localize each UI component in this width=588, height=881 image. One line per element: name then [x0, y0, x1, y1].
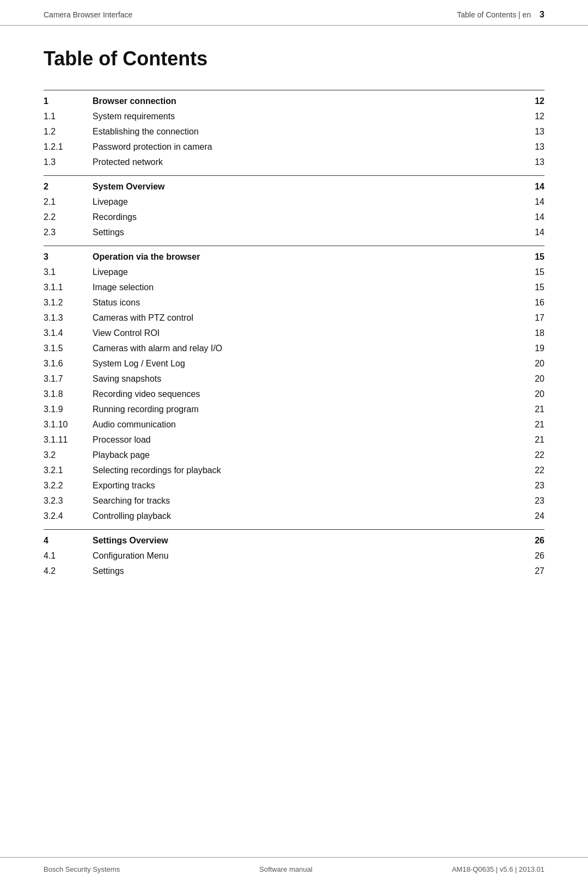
- toc-row: 3.1.4View Control ROI18: [44, 326, 544, 341]
- toc-page: 20: [523, 374, 544, 384]
- header-page-number: 3: [540, 10, 544, 20]
- toc-row: 1.3Protected network13: [44, 155, 544, 170]
- toc-title: Exporting tracks: [93, 481, 523, 491]
- toc-row: 3.2Playback page22: [44, 448, 544, 463]
- toc-group-3: 3Operation via the browser153.1Livepage1…: [44, 246, 544, 524]
- toc-page: 14: [523, 197, 544, 207]
- toc-number: 3.1.6: [44, 359, 93, 369]
- toc-title: Settings: [93, 228, 523, 237]
- header-right: Table of Contents | en 3: [457, 10, 544, 20]
- toc-title: Livepage: [93, 197, 523, 207]
- header-bar: Camera Browser Interface Table of Conten…: [0, 0, 588, 26]
- toc-row: 3.1.3Cameras with PTZ control17: [44, 310, 544, 326]
- toc-title: Running recording program: [93, 405, 523, 414]
- toc-page: 24: [523, 511, 544, 521]
- toc-title: Controlling playback: [93, 511, 523, 521]
- toc-row: 3.1.1Image selection15: [44, 280, 544, 295]
- toc-row: 4Settings Overview26: [44, 533, 544, 548]
- toc-number: 1.3: [44, 157, 93, 167]
- toc-row: 3.1.7Saving snapshots20: [44, 371, 544, 387]
- toc-row: 3.2.2Exporting tracks23: [44, 478, 544, 493]
- toc-title: Browser connection: [93, 96, 523, 106]
- toc-page: 16: [523, 298, 544, 308]
- toc-number: 3.2.1: [44, 466, 93, 475]
- toc-row: 2.3Settings14: [44, 225, 544, 240]
- toc-title: System Overview: [93, 182, 523, 192]
- toc-number: 3.2.4: [44, 511, 93, 521]
- toc-row: 1.2Establishing the connection13: [44, 124, 544, 139]
- toc-title: View Control ROI: [93, 328, 523, 338]
- toc-row: 3.1.5Cameras with alarm and relay I/O19: [44, 341, 544, 356]
- toc-number: 3.1.5: [44, 344, 93, 353]
- toc-row: 3.1.8Recording video sequences20: [44, 387, 544, 402]
- page-container: Camera Browser Interface Table of Conten…: [0, 0, 588, 881]
- toc-number: 3.1.7: [44, 374, 93, 384]
- toc-page: 20: [523, 389, 544, 399]
- toc-row: 3.1.6System Log / Event Log20: [44, 356, 544, 371]
- toc-number: 3.1.2: [44, 298, 93, 308]
- toc-row: 4.1Configuration Menu26: [44, 548, 544, 564]
- header-left: Camera Browser Interface: [44, 10, 132, 19]
- toc-row: 3.1.11Processor load21: [44, 432, 544, 448]
- toc-title: Searching for tracks: [93, 496, 523, 506]
- toc-page: 23: [523, 481, 544, 491]
- toc-row: 3.1Livepage15: [44, 265, 544, 280]
- toc-title: System requirements: [93, 112, 523, 121]
- toc-title: Password protection in camera: [93, 142, 523, 152]
- toc-page: 21: [523, 420, 544, 430]
- toc-number: 3.1.11: [44, 435, 93, 445]
- toc-page: 15: [523, 252, 544, 262]
- toc-row: 2System Overview14: [44, 179, 544, 194]
- toc-page: 14: [523, 228, 544, 237]
- toc-group-4: 4Settings Overview264.1Configuration Men…: [44, 529, 544, 579]
- toc-title: Status icons: [93, 298, 523, 308]
- toc-title: Processor load: [93, 435, 523, 445]
- toc-title: Image selection: [93, 283, 523, 292]
- toc-page: 22: [523, 450, 544, 460]
- footer-left: Bosch Security Systems: [44, 865, 120, 873]
- toc-page: 26: [523, 551, 544, 561]
- toc-title: Recordings: [93, 212, 523, 222]
- toc-row: 2.2Recordings14: [44, 210, 544, 225]
- toc-title: Establishing the connection: [93, 127, 523, 137]
- toc-number: 3.1.8: [44, 389, 93, 399]
- toc-title: Livepage: [93, 267, 523, 277]
- toc-row: 3.1.2Status icons16: [44, 295, 544, 310]
- toc-number: 2.1: [44, 197, 93, 207]
- toc-number: 2: [44, 182, 93, 192]
- toc-title: Settings: [93, 566, 523, 576]
- toc-row: 3.2.1Selecting recordings for playback22: [44, 463, 544, 478]
- toc-divider-2: [44, 175, 544, 176]
- main-content: Table of Contents 1Browser connection121…: [0, 26, 588, 611]
- toc-title: Settings Overview: [93, 536, 523, 546]
- toc-group-1: 1Browser connection121.1System requireme…: [44, 90, 544, 170]
- toc-page: 21: [523, 435, 544, 445]
- toc-page: 13: [523, 157, 544, 167]
- toc-title: Audio communication: [93, 420, 523, 430]
- toc-page: 17: [523, 313, 544, 323]
- toc-page: 12: [523, 112, 544, 121]
- toc-page: 18: [523, 328, 544, 338]
- toc-row: 3.2.3Searching for tracks23: [44, 493, 544, 509]
- header-center: Table of Contents | en: [457, 10, 531, 19]
- toc-page: 27: [523, 566, 544, 576]
- toc-number: 4: [44, 536, 93, 546]
- toc-title: Operation via the browser: [93, 252, 523, 262]
- toc-page: 21: [523, 405, 544, 414]
- toc-title: Cameras with alarm and relay I/O: [93, 344, 523, 353]
- toc-number: 1.2.1: [44, 142, 93, 152]
- toc-number: 1.2: [44, 127, 93, 137]
- toc-page: 20: [523, 359, 544, 369]
- toc-group-2: 2System Overview142.1Livepage142.2Record…: [44, 175, 544, 240]
- toc-page: 13: [523, 142, 544, 152]
- toc-number: 3.1: [44, 267, 93, 277]
- toc-number: 3.1.10: [44, 420, 93, 430]
- toc-number: 4.1: [44, 551, 93, 561]
- toc-page: 26: [523, 536, 544, 546]
- toc-title: Saving snapshots: [93, 374, 523, 384]
- toc-number: 1: [44, 96, 93, 106]
- toc-title: Cameras with PTZ control: [93, 313, 523, 323]
- toc-page: 23: [523, 496, 544, 506]
- toc-page: 15: [523, 267, 544, 277]
- toc-row: 1.1System requirements12: [44, 109, 544, 124]
